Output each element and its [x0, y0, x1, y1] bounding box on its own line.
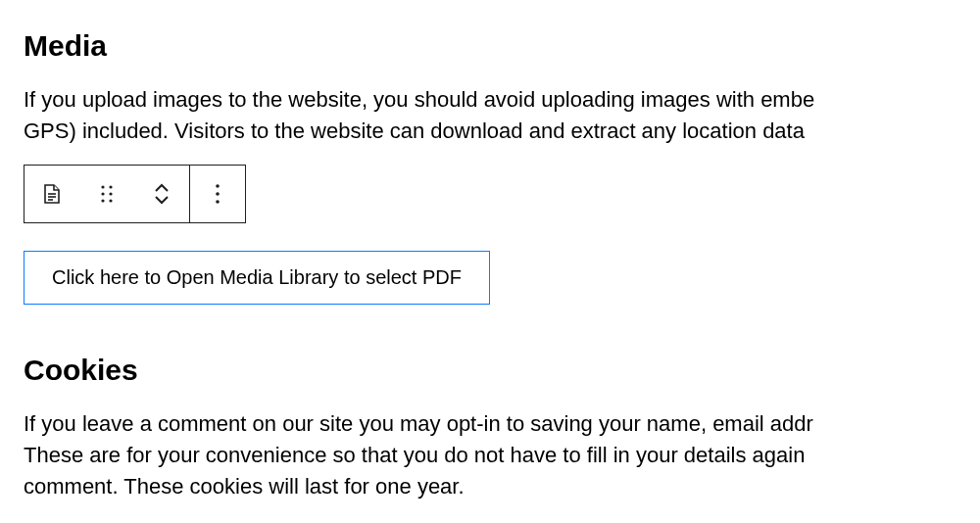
svg-point-3 [101, 185, 104, 188]
open-media-library-button[interactable]: Click here to Open Media Library to sele… [24, 251, 490, 305]
more-options-button[interactable] [190, 166, 245, 222]
cookies-paragraph-line: If you leave a comment on our site you m… [24, 408, 956, 440]
toolbar-group-more [189, 166, 245, 222]
chevron-up-icon [154, 183, 170, 193]
document-icon [42, 183, 62, 205]
media-paragraph-line: GPS) included. Visitors to the website c… [24, 116, 956, 147]
svg-point-9 [216, 184, 220, 188]
cookies-heading: Cookies [24, 354, 956, 387]
media-paragraph-line: If you upload images to the website, you… [24, 84, 956, 116]
svg-point-8 [109, 199, 112, 202]
media-paragraph: If you upload images to the website, you… [24, 84, 956, 147]
svg-point-6 [109, 192, 112, 195]
svg-point-11 [216, 200, 220, 204]
media-heading: Media [24, 29, 956, 63]
block-type-button[interactable] [24, 166, 79, 222]
drag-handle-icon [100, 184, 114, 204]
toolbar-group-block-controls [24, 166, 189, 222]
cookies-paragraph: If you leave a comment on our site you m… [24, 408, 956, 502]
svg-point-5 [101, 192, 104, 195]
move-up-down-button[interactable] [134, 166, 189, 222]
svg-point-4 [109, 185, 112, 188]
block-toolbar [24, 165, 246, 223]
chevron-down-icon [154, 195, 170, 205]
cookies-paragraph-line: comment. These cookies will last for one… [24, 471, 956, 502]
cookies-paragraph-line: These are for your convenience so that y… [24, 440, 956, 471]
more-vertical-icon [215, 183, 220, 205]
svg-point-7 [101, 199, 104, 202]
svg-point-10 [216, 192, 220, 196]
drag-handle-button[interactable] [79, 166, 134, 222]
